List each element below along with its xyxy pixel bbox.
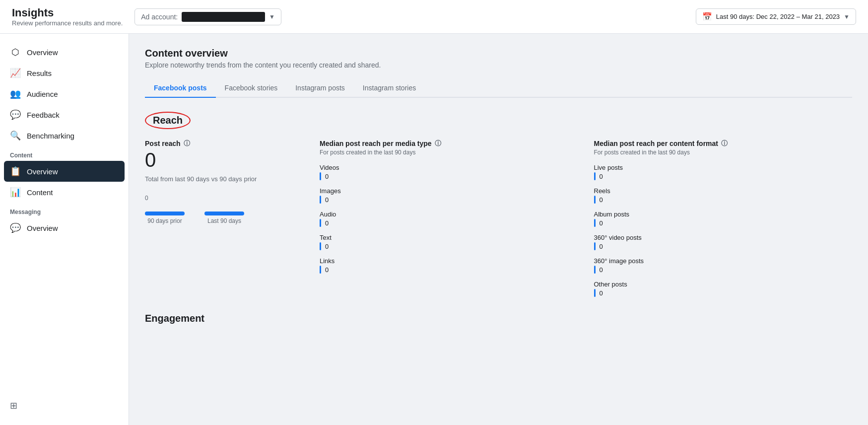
median-format-info-icon[interactable]: ⓘ	[721, 139, 728, 148]
content-overview-subtitle: Explore noteworthy trends from the conte…	[145, 61, 852, 69]
text-value: 0	[325, 243, 329, 250]
sidebar-item-audience[interactable]: 👥 Audience	[0, 83, 129, 104]
videos-bar-row: 0	[320, 172, 578, 180]
content-overview-header: Content overview Explore noteworthy tren…	[145, 48, 852, 69]
ad-account-label: Ad account:	[141, 13, 178, 21]
sidebar-item-results[interactable]: 📈 Results	[0, 63, 129, 83]
panel-toggle-icon[interactable]: ⊞	[10, 401, 17, 411]
sidebar-overview-label: Overview	[27, 48, 58, 57]
content-overview-title: Content overview	[145, 48, 852, 59]
sidebar-item-overview[interactable]: ⬡ Overview	[0, 42, 129, 63]
sidebar-item-content[interactable]: 📊 Content	[0, 182, 129, 203]
post-reach-note: Total from last 90 days vs 90 days prior	[145, 175, 304, 183]
images-value: 0	[325, 196, 329, 204]
content-format-list: Live posts 0 Reels 0	[594, 164, 853, 297]
bar-item-last90: Last 90 days	[204, 212, 244, 224]
album-posts-label: Album posts	[594, 211, 853, 218]
sidebar-content-label: Content	[27, 188, 53, 197]
tab-instagram-stories[interactable]: Instagram stories	[354, 79, 425, 98]
reels-label: Reels	[594, 187, 853, 195]
reels-bar	[594, 196, 596, 204]
benchmarking-icon: 🔍	[10, 130, 21, 141]
content-section-label: Content	[0, 146, 129, 161]
other-posts-value: 0	[600, 289, 603, 297]
audience-icon: 👥	[10, 88, 21, 99]
overview-icon: ⬡	[10, 47, 21, 58]
360-video-bar	[594, 242, 596, 250]
videos-label: Videos	[320, 164, 578, 171]
median-media-info-icon[interactable]: ⓘ	[435, 139, 441, 148]
tab-instagram-posts[interactable]: Instagram posts	[286, 79, 354, 98]
sidebar-audience-label: Audience	[27, 90, 58, 98]
median-media-sub: For posts created in the last 90 days	[320, 149, 578, 156]
engagement-section-title: Engagement	[145, 313, 852, 324]
sidebar: ⬡ Overview 📈 Results 👥 Audience 💬 Feedba…	[0, 34, 129, 425]
median-format-col: Median post reach per content format ⓘ F…	[594, 139, 853, 297]
live-posts-label: Live posts	[594, 164, 853, 171]
bar-last90-label: Last 90 days	[207, 217, 241, 224]
list-item: 360° image posts 0	[594, 257, 853, 274]
audio-label: Audio	[320, 211, 578, 218]
top-bar-left: Insights Review performance results and …	[12, 6, 281, 27]
tab-facebook-posts[interactable]: Facebook posts	[145, 79, 216, 98]
sidebar-item-feedback[interactable]: 💬 Feedback	[0, 104, 129, 125]
album-posts-bar	[594, 219, 596, 227]
images-bar	[320, 196, 321, 204]
sidebar-content-overview-label: Overview	[27, 167, 58, 176]
list-item: Reels 0	[594, 187, 853, 204]
main-layout: ⬡ Overview 📈 Results 👥 Audience 💬 Feedba…	[0, 34, 868, 425]
date-range-button[interactable]: 📅 Last 90 days: Dec 22, 2022 – Mar 21, 2…	[696, 8, 856, 25]
results-icon: 📈	[10, 68, 21, 78]
feedback-icon: 💬	[10, 109, 21, 120]
text-label: Text	[320, 234, 578, 241]
360-image-bar	[594, 266, 596, 274]
list-item: Other posts 0	[594, 281, 853, 297]
album-posts-value: 0	[600, 219, 603, 227]
median-media-label: Median post reach per media type ⓘ	[320, 139, 578, 148]
live-posts-bar-row: 0	[594, 172, 853, 180]
360-video-value: 0	[600, 243, 603, 250]
brand-block: Insights Review performance results and …	[12, 6, 123, 27]
sidebar-item-benchmarking[interactable]: 🔍 Benchmarking	[0, 125, 129, 146]
content-icon: 📊	[10, 187, 21, 198]
360-image-bar-row: 0	[594, 266, 853, 274]
360-image-label: 360° image posts	[594, 257, 853, 265]
date-range-text: Last 90 days: Dec 22, 2022 – Mar 21, 202…	[716, 13, 840, 20]
tab-facebook-stories[interactable]: Facebook stories	[216, 79, 287, 98]
ad-account-selector[interactable]: Ad account: ▼	[134, 8, 281, 25]
text-bar	[320, 242, 321, 250]
360-image-value: 0	[600, 266, 603, 274]
reels-value: 0	[600, 196, 603, 204]
reach-title: Reach	[145, 112, 191, 129]
calendar-icon: 📅	[702, 12, 712, 21]
list-item: 360° video posts 0	[594, 234, 853, 250]
sidebar-benchmarking-label: Benchmarking	[27, 132, 74, 140]
list-item: Audio 0	[320, 211, 578, 227]
links-label: Links	[320, 257, 578, 265]
360-video-label: 360° video posts	[594, 234, 853, 241]
date-dropdown-arrow-icon: ▼	[844, 13, 850, 20]
sidebar-item-messaging-overview[interactable]: 💬 Overview	[0, 217, 129, 238]
list-item: Text 0	[320, 234, 578, 250]
audio-bar	[320, 219, 321, 227]
sidebar-feedback-label: Feedback	[27, 111, 60, 119]
other-posts-bar-row: 0	[594, 289, 853, 297]
bar-item-prior: 90 days prior	[145, 212, 185, 224]
content-area: Content overview Explore noteworthy tren…	[129, 34, 868, 425]
tabs-bar: Facebook posts Facebook stories Instagra…	[145, 79, 852, 98]
median-format-label: Median post reach per content format ⓘ	[594, 139, 853, 148]
other-posts-bar	[594, 289, 596, 297]
brand-subtitle: Review performance results and more.	[12, 19, 123, 27]
list-item: Album posts 0	[594, 211, 853, 227]
bar-prior-label: 90 days prior	[147, 217, 182, 224]
sidebar-item-content-overview[interactable]: 📋 Overview	[4, 161, 125, 182]
reach-title-wrap: Reach	[145, 112, 852, 129]
post-reach-col: Post reach ⓘ 0 Total from last 90 days v…	[145, 139, 304, 297]
post-reach-info-icon[interactable]: ⓘ	[184, 139, 190, 148]
images-label: Images	[320, 187, 578, 195]
list-item: Links 0	[320, 257, 578, 274]
median-format-sub: For posts created in the last 90 days	[594, 149, 853, 156]
videos-bar	[320, 172, 321, 180]
videos-value: 0	[325, 173, 329, 180]
messaging-overview-icon: 💬	[10, 222, 21, 233]
